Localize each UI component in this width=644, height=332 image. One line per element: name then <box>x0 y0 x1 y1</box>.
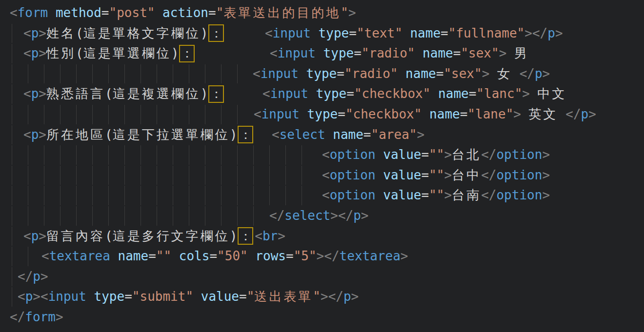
code-token: 英文 <box>529 104 558 125</box>
indent-guide <box>302 145 302 165</box>
code-token: p <box>535 64 543 84</box>
code-token: = <box>286 246 294 267</box>
code-token: select <box>280 125 325 145</box>
code-token: 台南 <box>452 185 481 206</box>
indent-guide <box>108 206 109 226</box>
indent-guide <box>302 186 302 205</box>
code-token <box>308 84 316 104</box>
code-segment: <textarea name="" cols="50" rows="5"></t… <box>41 246 408 267</box>
code-line-4[interactable]: <input type="radio" name="sex"> 女 </p> <box>0 64 644 84</box>
code-token: < <box>23 125 31 145</box>
code-token: name <box>405 64 436 84</box>
code-token: type <box>306 64 337 84</box>
code-token <box>530 84 538 104</box>
indent-guide <box>92 166 93 185</box>
indent-guide <box>205 105 205 124</box>
indent-guide <box>157 105 157 124</box>
indent-guide <box>173 105 173 124</box>
code-line-8[interactable]: <option value="">台北</option> <box>0 145 644 165</box>
indent-guide <box>141 186 141 205</box>
code-token: " <box>341 3 348 23</box>
code-token: p <box>581 104 589 125</box>
code-token <box>300 104 307 125</box>
indent-guide <box>12 206 12 226</box>
code-token: 女 <box>497 64 512 84</box>
indent-guide <box>12 24 12 43</box>
code-line-6[interactable]: <input type="checkbox" name="lane"> 英文 <… <box>0 104 644 125</box>
code-token <box>193 287 201 307</box>
code-token: method <box>56 3 101 23</box>
code-token: > <box>317 246 324 267</box>
code-line-2[interactable]: <p>姓名(這是單格文字欄位)：<input type="text" name=… <box>0 23 644 44</box>
indent-guide <box>173 145 173 165</box>
code-line-9[interactable]: <option value="">台中</option> <box>0 165 644 186</box>
code-line-5[interactable]: <p>熟悉語言(這是複選欄位)：<input type="checkbox" n… <box>0 84 644 104</box>
code-token: name <box>118 246 149 267</box>
code-token: > <box>543 64 550 84</box>
indent-guide <box>28 247 28 266</box>
indent-guide <box>189 186 189 205</box>
code-line-7[interactable]: <p>所在地區(這是下拉選單欄位)：<select name="area"> <box>0 125 644 145</box>
indent-guide <box>221 186 221 205</box>
indent-guide <box>173 64 173 84</box>
indent-guide <box>12 287 12 307</box>
code-token: option <box>330 185 376 206</box>
code-line-3[interactable]: <p>性別(這是單選欄位)：<input type="radio" name="… <box>0 43 644 64</box>
code-token: input <box>261 64 299 84</box>
code-token: = <box>436 64 444 84</box>
code-token <box>86 287 94 307</box>
code-token: "submit" <box>132 287 193 307</box>
indent-guide <box>157 64 157 84</box>
code-token: > <box>33 287 40 307</box>
code-line-15[interactable]: <p><input type="submit" value="送出表單"></p… <box>0 287 644 307</box>
indent-guide <box>28 166 28 185</box>
code-token: ( <box>76 23 83 44</box>
code-token: ( <box>76 43 83 64</box>
code-token: ) <box>230 125 238 145</box>
code-token: p <box>31 23 39 44</box>
code-line-11[interactable]: </select></p> <box>0 206 644 226</box>
indent-guide <box>189 166 189 185</box>
code-token: = <box>349 23 357 44</box>
code-token: > <box>361 206 369 226</box>
code-token: < <box>322 165 330 186</box>
code-token: </ <box>18 267 33 287</box>
code-token <box>376 185 383 206</box>
code-token: > <box>39 226 46 247</box>
code-token: input <box>278 43 316 64</box>
indent-guide <box>108 166 109 185</box>
code-line-1[interactable]: <form method="post" action="表單送出的目的地"> <box>0 3 644 23</box>
code-token: value <box>383 165 421 186</box>
code-line-14[interactable]: </p> <box>0 267 644 287</box>
code-segment: <input type="checkbox" name="lane"> 英文 <… <box>254 104 596 125</box>
code-token: = <box>422 145 429 165</box>
code-line-10[interactable]: <option value="">台南</option> <box>0 185 644 206</box>
indent-guide <box>12 186 12 205</box>
indent-guide <box>173 186 173 205</box>
code-token: </ <box>481 145 496 165</box>
indent-guide <box>157 206 157 226</box>
code-token: input <box>273 23 311 44</box>
code-editor[interactable]: <form method="post" action="表單送出的目的地"><p… <box>0 0 644 332</box>
indent-guide <box>189 105 189 124</box>
code-token: option <box>330 145 376 165</box>
code-token <box>155 3 162 23</box>
indent-guide <box>108 145 109 165</box>
code-line-16[interactable]: </form> <box>0 307 644 328</box>
code-token: type <box>319 23 349 44</box>
code-token: > <box>39 84 46 104</box>
code-token: 這是複選欄位 <box>113 84 201 104</box>
code-token: > <box>542 165 550 186</box>
indent-guide <box>141 206 141 226</box>
indent-guide <box>28 186 28 205</box>
indent-guide <box>221 166 221 185</box>
code-token: > <box>524 23 532 44</box>
indent-guide <box>269 186 270 205</box>
code-token: p <box>31 43 39 64</box>
code-line-13[interactable]: <textarea name="" cols="50" rows="5"></t… <box>0 246 644 267</box>
code-token: < <box>270 43 278 64</box>
code-line-12[interactable]: <p>留言內容(這是多行文字欄位)：<br> <box>0 226 644 247</box>
indent-guide <box>141 64 141 84</box>
indent-guide <box>28 64 28 84</box>
code-token: "lanc" <box>476 84 522 104</box>
